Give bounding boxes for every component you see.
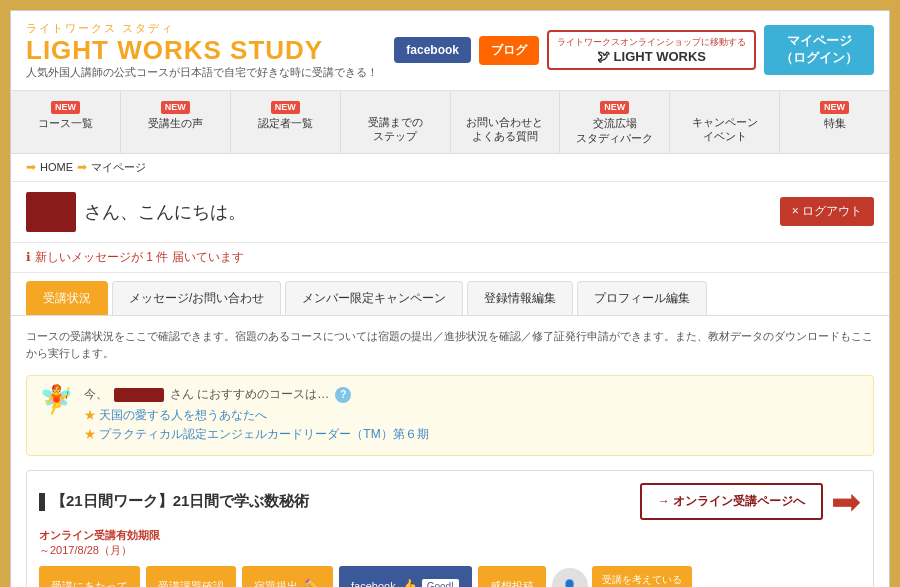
user-name-hidden: [114, 388, 164, 402]
course-title: 【21日間ワーク】21日間で学ぶ数秘術: [39, 492, 309, 511]
logo-area: ライトワークス スタディ LIGHT WORKS STUDY 人気外国人講師の公…: [26, 21, 378, 80]
content-description: コースの受講状況をここで確認できます。宿題のあるコースについては宿題の提出／進捗…: [26, 328, 874, 363]
user-bar: さん、こんにちは。 × ログアウト: [11, 182, 889, 243]
tab-registration[interactable]: 登録情報編集: [467, 281, 573, 315]
period-label: オンライン受講有効期限: [39, 529, 160, 541]
help-icon[interactable]: ?: [335, 387, 351, 403]
notification-icon: ℹ: [26, 250, 31, 264]
tab-profile[interactable]: プロフィール編集: [577, 281, 707, 315]
nav-item-campaign[interactable]: キャンペーン イベント: [670, 91, 780, 153]
nav-bar: NEW コース一覧 NEW 受講生の声 NEW 認定者一覧 受講までの ステップ…: [11, 91, 889, 154]
header: ライトワークス スタディ LIGHT WORKS STUDY 人気外国人講師の公…: [11, 11, 889, 91]
nav-item-studypark[interactable]: NEW 交流広場 スタディパーク: [560, 91, 670, 153]
recommend-link-1[interactable]: 天国の愛する人を想うあなたへ: [99, 408, 267, 422]
list-item: プラクティカル認定エンジェルカードリーダー（TM）第６期: [84, 426, 861, 443]
course-period: オンライン受講有効期限 ～2017/8/28（月）: [39, 528, 861, 558]
header-right: facebook ブログ ライトワークスオンラインショップに移動する 🕊 LIG…: [394, 25, 874, 75]
logo-sub: 人気外国人講師の公式コースが日本語で自宅で好きな時に受講できる！: [26, 65, 378, 80]
person-icon: 👤: [562, 579, 577, 587]
list-item: 天国の愛する人を想うあなたへ: [84, 407, 861, 424]
greeting-text: さん、こんにちは。: [84, 200, 246, 224]
nav-item-certified[interactable]: NEW 認定者一覧: [231, 91, 341, 153]
tab-messages[interactable]: メッセージ/お問い合わせ: [112, 281, 281, 315]
notification-text: 新しいメッセージが 1 件 届いています: [35, 249, 244, 266]
logout-button[interactable]: × ログアウト: [780, 197, 874, 226]
notification-bar: ℹ 新しいメッセージが 1 件 届いています: [11, 243, 889, 273]
logo-ja: ライトワークス スタディ: [26, 21, 378, 36]
enroll-button[interactable]: 受講にあたって: [39, 566, 140, 587]
nav-item-voices[interactable]: NEW 受講生の声: [121, 91, 231, 153]
user-greeting: さん、こんにちは。: [26, 192, 246, 232]
recommend-pre: 今、: [84, 386, 108, 403]
tab-status[interactable]: 受講状況: [26, 281, 108, 315]
breadcrumb-arrow-1: ➡: [26, 160, 36, 174]
main-content: コースの受講状況をここで確認できます。宿題のあるコースについては宿題の提出／進捗…: [11, 316, 889, 587]
fairy-icon: 🧚: [39, 386, 74, 414]
breadcrumb: ➡ HOME ➡ マイページ: [11, 154, 889, 182]
recommend-content: 今、 さん におすすめのコースは… ? 天国の愛する人を想うあなたへ プラクティ…: [84, 386, 861, 445]
thumbs-up-icon: 👍: [400, 578, 417, 587]
recommend-link-2[interactable]: プラクティカル認定エンジェルカードリーダー（TM）第６期: [99, 427, 428, 441]
recommend-links: 天国の愛する人を想うあなたへ プラクティカル認定エンジェルカードリーダー（TM）…: [84, 407, 861, 443]
blog-button[interactable]: ブログ: [479, 36, 539, 65]
nav-item-faq[interactable]: お問い合わせと よくある質問: [451, 91, 561, 153]
recommend-share-button[interactable]: 受講を考えている人の後押しに: [592, 566, 692, 587]
review-button[interactable]: 感想投稿: [478, 566, 546, 587]
nav-item-courses[interactable]: NEW コース一覧: [11, 91, 121, 153]
arrow-right-icon: ➡: [831, 484, 861, 520]
shop-logo: 🕊 LIGHT WORKS: [597, 49, 706, 64]
facebook-button[interactable]: facebook: [394, 37, 471, 63]
title-marker: [39, 493, 45, 511]
recommend-header: 今、 さん におすすめのコースは… ?: [84, 386, 861, 403]
recommend-post: さん におすすめのコースは…: [170, 386, 329, 403]
tabs: 受講状況 メッセージ/お問い合わせ メンバー限定キャンペーン 登録情報編集 プロ…: [11, 273, 889, 316]
shop-redirect-label: ライトワークスオンラインショップに移動する: [557, 36, 746, 49]
shop-button[interactable]: ライトワークスオンラインショップに移動する 🕊 LIGHT WORKS: [547, 30, 756, 70]
online-page-button[interactable]: → オンライン受講ページへ: [640, 483, 823, 520]
mypage-button[interactable]: マイページ（ログイン）: [764, 25, 874, 75]
breadcrumb-current[interactable]: マイページ: [91, 160, 146, 175]
logo-en: LIGHT WORKS STUDY: [26, 36, 378, 65]
course-actions: 受講にあたって 受講課題確認 宿題提出 ✏️ facebook 👍 Good! …: [39, 566, 861, 587]
nav-item-steps[interactable]: 受講までの ステップ: [341, 91, 451, 153]
homework-submit-button[interactable]: 宿題提出 ✏️: [242, 566, 333, 587]
tab-campaign[interactable]: メンバー限定キャンペーン: [285, 281, 463, 315]
breadcrumb-arrow-2: ➡: [77, 160, 87, 174]
share-circle-button[interactable]: 👤: [552, 568, 588, 587]
pencil-icon: ✏️: [304, 578, 321, 587]
course-box: 【21日間ワーク】21日間で学ぶ数秘術 → オンライン受講ページへ ➡ オンライ…: [26, 470, 874, 587]
good-badge: Good!: [421, 578, 460, 587]
course-header: 【21日間ワーク】21日間で学ぶ数秘術 → オンライン受講ページへ ➡: [39, 483, 861, 520]
homework-check-button[interactable]: 受講課題確認: [146, 566, 236, 587]
facebook-like-button[interactable]: facebook 👍 Good!: [339, 566, 472, 587]
breadcrumb-home[interactable]: HOME: [40, 161, 73, 173]
nav-item-special[interactable]: NEW 特集: [780, 91, 889, 153]
recommendation-box: 🧚 今、 さん におすすめのコースは… ? 天国の愛する人を想うあなたへ プラク…: [26, 375, 874, 456]
period-value: ～2017/8/28（月）: [39, 544, 132, 556]
course-title-text: 【21日間ワーク】21日間で学ぶ数秘術: [51, 492, 309, 511]
avatar: [26, 192, 76, 232]
